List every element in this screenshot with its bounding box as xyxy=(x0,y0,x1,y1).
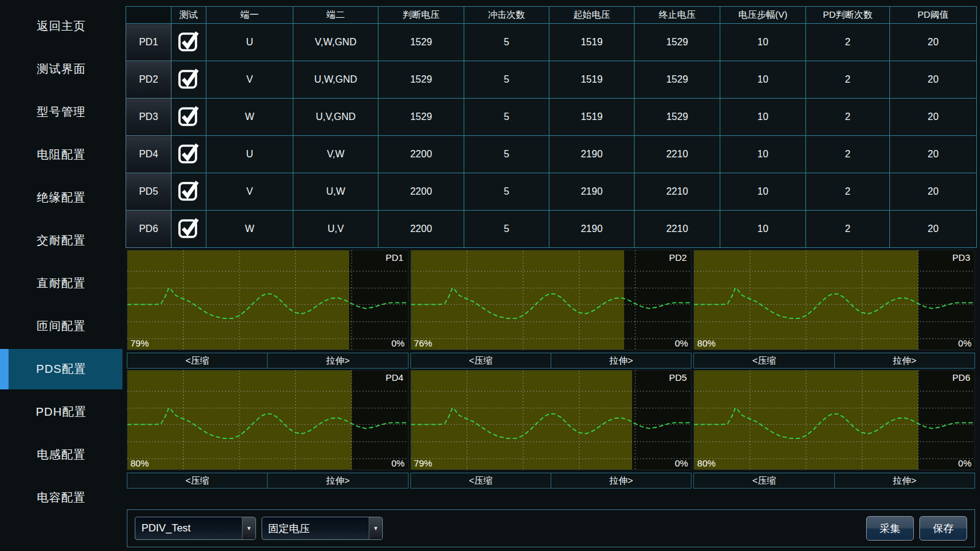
chart-zoom-controls: <压缩拉伸> xyxy=(410,353,692,369)
right-percent-label: 0% xyxy=(675,458,688,468)
column-header: 判断电压 xyxy=(379,7,464,24)
column-header: 端一 xyxy=(206,7,293,24)
stretch-button-PD5[interactable]: 拉伸> xyxy=(551,473,692,489)
value-cell: 2190 xyxy=(549,211,635,248)
value-cell: 1519 xyxy=(549,99,635,136)
charts-row-2: PD480%0%<压缩拉伸>PD579%0%<压缩拉伸>PD680%0%<压缩拉… xyxy=(127,370,975,489)
column-header: 冲击次数 xyxy=(464,7,549,24)
value-cell: 2190 xyxy=(549,173,635,211)
value-cell: V,W xyxy=(293,136,379,173)
value-cell: 5 xyxy=(464,99,549,136)
value-cell: 10 xyxy=(720,61,806,99)
value-cell: V xyxy=(206,173,293,211)
column-header: 测试 xyxy=(172,7,206,24)
chart-column-PD1: PD179%0%<压缩拉伸> xyxy=(127,250,409,369)
stretch-button-PD6[interactable]: 拉伸> xyxy=(835,473,975,489)
value-cell: W xyxy=(206,211,293,248)
chart-column-PD3: PD380%0%<压缩拉伸> xyxy=(693,250,975,369)
charts-row-1: PD179%0%<压缩拉伸>PD276%0%<压缩拉伸>PD380%0%<压缩拉… xyxy=(127,250,975,369)
checkbox-checked-icon[interactable] xyxy=(177,179,200,202)
value-cell: 1529 xyxy=(379,99,464,136)
left-percent-label: 79% xyxy=(414,458,432,468)
checkbox-checked-icon[interactable] xyxy=(177,67,200,90)
sidebar-item-绝缘配置[interactable]: 绝缘配置 xyxy=(0,176,123,219)
test-checkbox-cell xyxy=(172,173,206,211)
checkbox-checked-icon[interactable] xyxy=(177,141,200,165)
sidebar: 返回主页测试界面型号管理电阻配置绝缘配置交耐配置直耐配置匝间配置PDS配置PDH… xyxy=(0,0,123,551)
value-cell: 1529 xyxy=(635,99,720,136)
row-name: PD5 xyxy=(126,173,172,211)
pd-config-table: 测试端一端二判断电压冲击次数起始电压终止电压电压步幅(V)PD判断次数PD阈值 … xyxy=(126,6,977,248)
sidebar-item-电感配置[interactable]: 电感配置 xyxy=(0,433,123,476)
value-cell: 2210 xyxy=(635,173,720,211)
sidebar-item-直耐配置[interactable]: 直耐配置 xyxy=(0,262,123,305)
checkbox-checked-icon[interactable] xyxy=(177,29,200,53)
collect-button[interactable]: 采集 xyxy=(866,516,914,541)
chart-label: PD4 xyxy=(385,372,403,383)
right-percent-label: 0% xyxy=(391,338,405,348)
column-header: PD阈值 xyxy=(890,7,977,24)
pds-config-screen: 返回主页测试界面型号管理电阻配置绝缘配置交耐配置直耐配置匝间配置PDS配置PDH… xyxy=(0,0,980,551)
table-row: PD6WU,V220052190221010220 xyxy=(126,211,977,248)
value-cell: 2 xyxy=(806,211,890,248)
right-percent-label: 0% xyxy=(675,338,688,348)
chart-zoom-controls: <压缩拉伸> xyxy=(693,473,975,489)
test-checkbox-cell xyxy=(172,61,206,99)
checkbox-checked-icon[interactable] xyxy=(177,104,200,127)
sidebar-item-交耐配置[interactable]: 交耐配置 xyxy=(0,219,123,262)
sidebar-item-PDS配置[interactable]: PDS配置 xyxy=(0,349,123,389)
table-row: PD2VU,W,GND152951519152910220 xyxy=(126,61,977,99)
header-corner xyxy=(126,7,172,24)
sidebar-item-返回主页[interactable]: 返回主页 xyxy=(0,5,123,48)
sidebar-item-电阻配置[interactable]: 电阻配置 xyxy=(0,133,123,176)
waveform-trace xyxy=(127,288,408,318)
waveform-chart-PD4: PD480%0% xyxy=(127,370,409,470)
value-cell: 2200 xyxy=(379,136,464,173)
value-cell: 1529 xyxy=(379,61,464,99)
chevron-down-icon[interactable]: ▼ xyxy=(242,517,255,539)
stretch-button-PD3[interactable]: 拉伸> xyxy=(835,353,975,369)
chart-column-PD5: PD579%0%<压缩拉伸> xyxy=(410,370,692,489)
voltage-mode-dropdown-value: 固定电压 xyxy=(262,522,369,536)
waveform-chart-PD2: PD276%0% xyxy=(410,250,692,350)
sidebar-item-匝间配置[interactable]: 匝间配置 xyxy=(0,305,123,348)
voltage-mode-dropdown[interactable]: 固定电压 ▼ xyxy=(262,517,383,540)
compress-button-PD3[interactable]: <压缩 xyxy=(693,353,834,369)
compress-button-PD1[interactable]: <压缩 xyxy=(127,353,268,369)
compress-button-PD5[interactable]: <压缩 xyxy=(410,473,551,489)
sidebar-item-测试界面[interactable]: 测试界面 xyxy=(0,48,123,91)
stretch-button-PD4[interactable]: 拉伸> xyxy=(268,473,408,489)
row-name: PD6 xyxy=(126,211,172,248)
checkbox-checked-icon[interactable] xyxy=(177,216,200,239)
value-cell: V,W,GND xyxy=(293,24,379,61)
right-percent-label: 0% xyxy=(391,458,405,468)
value-cell: 10 xyxy=(720,211,806,248)
chart-label: PD6 xyxy=(952,372,970,383)
sidebar-item-型号管理[interactable]: 型号管理 xyxy=(0,91,123,133)
sidebar-item-电容配置[interactable]: 电容配置 xyxy=(0,476,123,519)
left-percent-label: 76% xyxy=(414,338,432,348)
waveform-chart-PD6: PD680%0% xyxy=(693,370,975,470)
compress-button-PD6[interactable]: <压缩 xyxy=(693,473,834,489)
chevron-down-icon[interactable]: ▼ xyxy=(369,517,382,539)
chart-label: PD1 xyxy=(385,252,403,263)
compress-button-PD4[interactable]: <压缩 xyxy=(127,473,268,489)
value-cell: 20 xyxy=(890,24,977,61)
compress-button-PD2[interactable]: <压缩 xyxy=(410,353,551,369)
left-percent-label: 79% xyxy=(130,338,149,348)
save-button[interactable]: 保存 xyxy=(919,516,967,541)
value-cell: 10 xyxy=(720,136,806,173)
stretch-button-PD2[interactable]: 拉伸> xyxy=(551,353,692,369)
table-row: PD5VU,W220052190221010220 xyxy=(126,173,977,211)
column-header: 端二 xyxy=(293,7,379,24)
table-row: PD1UV,W,GND152951519152910220 xyxy=(126,24,977,61)
test-type-dropdown[interactable]: PDIV_Test ▼ xyxy=(135,517,256,540)
sidebar-item-PDH配置[interactable]: PDH配置 xyxy=(0,391,123,433)
stretch-button-PD1[interactable]: 拉伸> xyxy=(268,353,408,369)
value-cell: 1529 xyxy=(635,24,720,61)
value-cell: 2200 xyxy=(379,173,464,211)
chart-zoom-controls: <压缩拉伸> xyxy=(693,353,975,369)
column-header: 终止电压 xyxy=(635,7,720,24)
value-cell: 20 xyxy=(890,136,977,173)
chart-zoom-controls: <压缩拉伸> xyxy=(127,473,409,489)
